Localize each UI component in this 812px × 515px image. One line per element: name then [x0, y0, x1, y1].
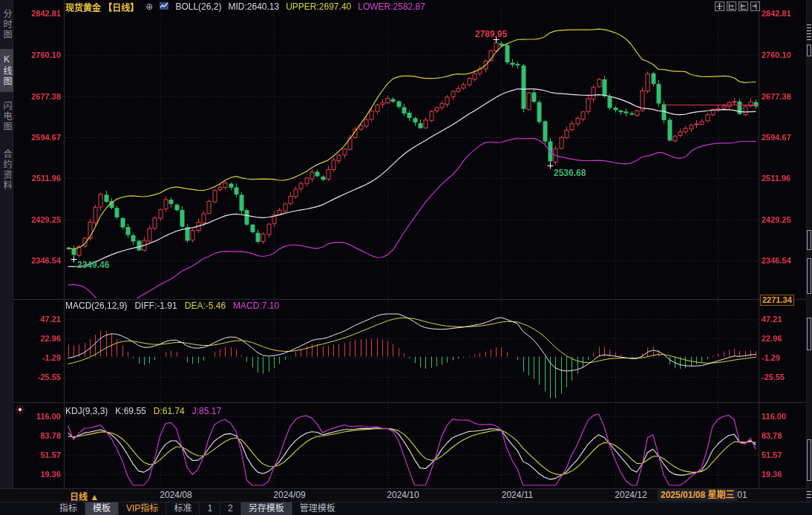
current-date-badge: 2025/01/08 星期三: [658, 489, 737, 501]
pop-out-icon[interactable]: [750, 1, 760, 11]
axis-expand-left-icon[interactable]: [727, 1, 736, 11]
date-label: 2024/09: [263, 490, 315, 500]
tab-2[interactable]: 2: [220, 502, 240, 515]
period-selector[interactable]: 日线 ▲: [70, 490, 99, 502]
macd-axis-label: 22.96: [762, 333, 805, 344]
macd-axis-label: -1.29: [15, 352, 61, 363]
chart-canvas[interactable]: [0, 0, 812, 515]
kdj-j-value: J:85.17: [192, 406, 221, 416]
macd-axis-label: -25.55: [15, 372, 61, 382]
kdj-axis-label: 51.57: [15, 450, 61, 460]
macd-header: MACD(26,12,9) DIFF:-1.91 DEA:-5.46 MACD:…: [65, 301, 279, 311]
scrollbar-thumb[interactable]: [807, 45, 811, 56]
date-label: 2024/08: [150, 490, 202, 500]
price-axis-label: 2760.10: [15, 50, 61, 60]
resize-grip[interactable]: [807, 491, 811, 499]
price-axis-label: 2842.81: [762, 8, 805, 19]
right-scrollbar-track[interactable]: [806, 0, 812, 502]
kdj-header: KDJ(9,3,3) K:69.55 D:61.74 J:85.17: [65, 406, 221, 416]
tab-vip-indicators[interactable]: VIP指标: [118, 502, 166, 515]
date-label: 2024/12: [605, 490, 657, 500]
date-label: 2024/11: [491, 490, 543, 500]
kdj-axis-label: 116.00: [762, 411, 805, 421]
mini-chart-icon: [160, 1, 168, 13]
tab-save-template[interactable]: 另存模板: [240, 502, 292, 515]
price-axis-label: 2594.67: [15, 132, 61, 142]
kdj-k-value: K:69.55: [115, 406, 145, 416]
kdj-axis-label: 83.78: [762, 430, 805, 441]
axis-expand-right-icon[interactable]: [739, 1, 748, 11]
pan-cross-icon[interactable]: [715, 1, 724, 11]
price-axis-label: 2346.54: [15, 255, 61, 266]
kdj-axis-label: 83.78: [15, 430, 61, 441]
low-price-annotation: 2536.68: [554, 168, 586, 178]
macd-dea-value: DEA:-5.46: [185, 301, 226, 311]
price-axis-label: 2429.25: [15, 214, 61, 225]
kdj-axis-label: 116.00: [15, 411, 61, 421]
macd-value: MACD:7.10: [233, 301, 279, 311]
scrollbar-thumb[interactable]: [807, 439, 811, 481]
boll-mid-value: MID:2640.13: [228, 1, 279, 12]
instrument-title: 现货黄金 【日线】: [65, 1, 139, 13]
macd-axis-label: 47.21: [15, 314, 61, 324]
price-axis-label: 2677.38: [762, 91, 805, 102]
boll-lower-value: LOWER:2582.87: [358, 1, 425, 12]
chart-header: 现货黄金 【日线】 ⊕ BOLL(26,2) MID:2640.13 UPPER…: [65, 1, 425, 13]
macd-axis-label: 47.21: [762, 314, 805, 324]
price-axis-label: 2594.67: [762, 132, 805, 142]
price-axis-label: 2346.54: [762, 255, 805, 266]
scrollbar-thumb[interactable]: [807, 258, 811, 294]
sidebar-tab-kline[interactable]: K线图: [0, 49, 13, 92]
tab-1[interactable]: 1: [199, 502, 220, 515]
price-axis-label: 2429.25: [762, 214, 805, 225]
tab-manage-templates[interactable]: 管理模板: [292, 502, 343, 515]
price-axis-label: 2511.96: [762, 173, 805, 183]
price-axis-label: 2760.10: [762, 50, 805, 60]
pane-bottom-price-badge: 2271.34: [760, 295, 794, 306]
tab-templates[interactable]: 模板: [85, 502, 118, 515]
date-label: 2024/10: [377, 490, 429, 500]
macd-name: MACD(26,12,9): [65, 301, 127, 311]
kdj-name: KDJ(9,3,3): [65, 406, 108, 416]
scrollbar-thumb[interactable]: [807, 318, 811, 350]
start-low-annotation: 2349.46: [77, 260, 109, 270]
chart-toolbar: [715, 1, 760, 11]
chart-type-sidebar: 分时图 K线图 闪电图 合约资料: [0, 0, 13, 488]
kdj-axis-label: 19.36: [762, 469, 805, 479]
boll-upper-value: UPPER:2697.40: [286, 1, 351, 12]
scrollbar-thumb[interactable]: [807, 230, 811, 250]
trading-app-window: 分时图 K线图 闪电图 合约资料 现货黄金 【日线】 ⊕ BOLL(26,2) …: [0, 0, 812, 515]
boll-label: BOLL(26,2): [175, 1, 221, 12]
link-circle-plus-icon[interactable]: ⊕: [145, 1, 153, 12]
macd-axis-label: -1.29: [762, 352, 805, 363]
macd-axis-label: -25.55: [762, 372, 805, 382]
sidebar-tab-contract-info[interactable]: 合约资料: [0, 141, 13, 199]
macd-axis-label: 22.96: [15, 333, 61, 344]
kdj-axis-label: 19.36: [15, 469, 61, 479]
bottom-toolbar: 指标 模板 VIP指标 标准 1 2 另存模板 管理模板: [0, 502, 812, 515]
tab-standard[interactable]: 标准: [166, 502, 199, 515]
kdj-axis-label: 51.57: [762, 450, 805, 460]
price-axis-label: 2842.81: [15, 8, 61, 19]
price-axis-label: 2511.96: [15, 173, 61, 183]
macd-diff-value: DIFF:-1.91: [134, 301, 177, 311]
sidebar-tab-lightning[interactable]: 闪电图: [0, 95, 13, 138]
kdj-d-value: D:61.74: [154, 406, 185, 416]
tab-indicators[interactable]: 指标: [52, 502, 85, 515]
scrollbar-grip[interactable]: [807, 24, 811, 41]
high-price-annotation: 2789.95: [475, 29, 507, 39]
sidebar-tab-timesharing[interactable]: 分时图: [0, 3, 13, 46]
price-axis-label: 2677.38: [15, 91, 61, 102]
